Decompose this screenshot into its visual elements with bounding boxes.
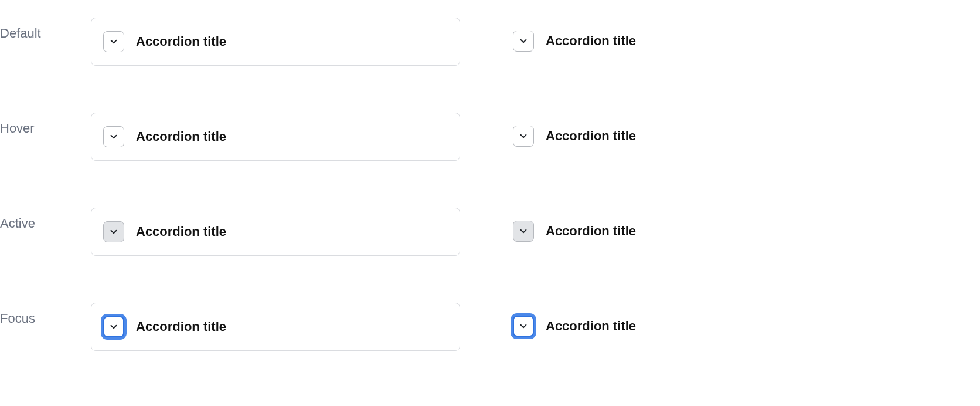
chevron-down-icon[interactable] [103, 31, 124, 52]
accordion-flush-default[interactable]: Accordion title [501, 18, 870, 65]
accordion-flush-hover[interactable]: Accordion title [501, 113, 870, 160]
accordion-title: Accordion title [136, 319, 226, 334]
chevron-down-icon[interactable] [103, 126, 124, 147]
state-label-active: Active [0, 208, 91, 231]
accordion-boxed-hover[interactable]: Accordion title [91, 113, 460, 161]
accordion-title: Accordion title [136, 34, 226, 49]
accordion-title: Accordion title [546, 128, 636, 144]
chevron-down-icon[interactable] [513, 126, 534, 147]
chevron-down-icon[interactable] [103, 316, 124, 337]
accordion-boxed-default[interactable]: Accordion title [91, 18, 460, 66]
state-label-default: Default [0, 18, 91, 41]
accordion-boxed-focus[interactable]: Accordion title [91, 303, 460, 351]
accordion-boxed-active[interactable]: Accordion title [91, 208, 460, 256]
chevron-down-icon[interactable] [513, 31, 534, 52]
accordion-title: Accordion title [546, 224, 636, 239]
accordion-title: Accordion title [136, 224, 226, 239]
state-label-focus: Focus [0, 303, 91, 326]
state-label-hover: Hover [0, 113, 91, 136]
accordion-title: Accordion title [546, 319, 636, 334]
accordion-flush-focus[interactable]: Accordion title [501, 303, 870, 350]
accordion-title: Accordion title [136, 129, 226, 144]
chevron-down-icon[interactable] [513, 221, 534, 242]
accordion-flush-active[interactable]: Accordion title [501, 208, 870, 255]
accordion-title: Accordion title [546, 33, 636, 49]
chevron-down-icon[interactable] [103, 221, 124, 242]
chevron-down-icon[interactable] [513, 316, 534, 337]
